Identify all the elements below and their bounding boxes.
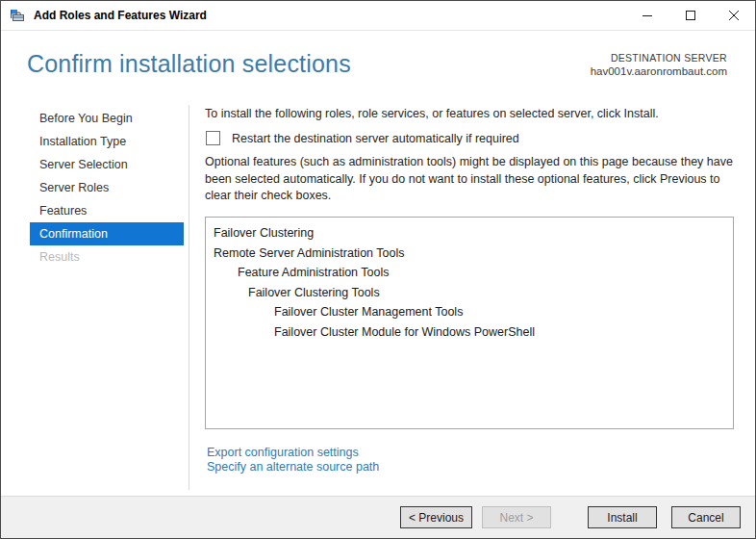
footer-button-next: Next > (482, 506, 551, 528)
window-title: Add Roles and Features Wizard (34, 9, 207, 22)
sidebar-item-server-selection[interactable]: Server Selection (30, 153, 184, 176)
destination-server-block: DESTINATION SERVER hav001v.aaronrombaut.… (591, 52, 727, 77)
footer-button-cancel[interactable]: Cancel (671, 506, 741, 528)
footer-button-previous[interactable]: < Previous (400, 506, 472, 528)
link-export-configuration-settings[interactable]: Export configuration settings (207, 446, 379, 460)
feature-item: Failover Clustering Tools (206, 283, 733, 303)
window-controls (625, 1, 755, 30)
restart-checkbox-row[interactable]: Restart the destination server automatic… (206, 131, 519, 145)
wizard-steps-sidebar: Before You BeginInstallation TypeServer … (1, 107, 189, 269)
optional-features-note: Optional features (such as administratio… (205, 154, 745, 205)
wizard-app-icon (10, 8, 25, 23)
feature-item: Failover Clustering (206, 223, 733, 244)
restart-checkbox[interactable] (206, 131, 220, 145)
sidebar-item-installation-type[interactable]: Installation Type (30, 130, 184, 153)
destination-server-name: hav001v.aaronrombaut.com (591, 65, 727, 77)
selected-features-list[interactable]: Failover ClusteringRemote Server Adminis… (205, 217, 734, 429)
minimize-button[interactable] (625, 1, 668, 30)
restart-checkbox-label: Restart the destination server automatic… (232, 132, 519, 145)
page-title: Confirm installation selections (27, 50, 351, 78)
maximize-button[interactable] (668, 1, 712, 30)
sidebar-item-server-roles[interactable]: Server Roles (30, 176, 184, 199)
feature-item: Remote Server Administration Tools (206, 244, 733, 264)
sidebar-item-confirmation[interactable]: Confirmation (30, 222, 184, 245)
sidebar-item-features[interactable]: Features (30, 199, 184, 222)
action-links: Export configuration settingsSpecify an … (207, 446, 379, 474)
sidebar-item-before-you-begin[interactable]: Before You Begin (30, 107, 184, 130)
destination-server-label: DESTINATION SERVER (591, 52, 727, 64)
feature-item: Failover Cluster Module for Windows Powe… (206, 322, 733, 343)
feature-item: Failover Cluster Management Tools (206, 302, 733, 322)
titlebar[interactable]: Add Roles and Features Wizard (1, 1, 755, 31)
sidebar-divider (189, 105, 189, 490)
feature-item: Feature Administration Tools (206, 263, 733, 283)
footer-button-install[interactable]: Install (588, 506, 657, 528)
sidebar-item-results: Results (30, 245, 184, 269)
intro-text: To install the following roles, role ser… (205, 107, 659, 120)
link-specify-alternate-source-path[interactable]: Specify an alternate source path (207, 460, 379, 475)
close-button[interactable] (712, 1, 755, 30)
wizard-window: Add Roles and Features Wizard Confirm in… (0, 0, 756, 539)
footer-button-bar: < PreviousNext >InstallCancel (1, 496, 755, 538)
